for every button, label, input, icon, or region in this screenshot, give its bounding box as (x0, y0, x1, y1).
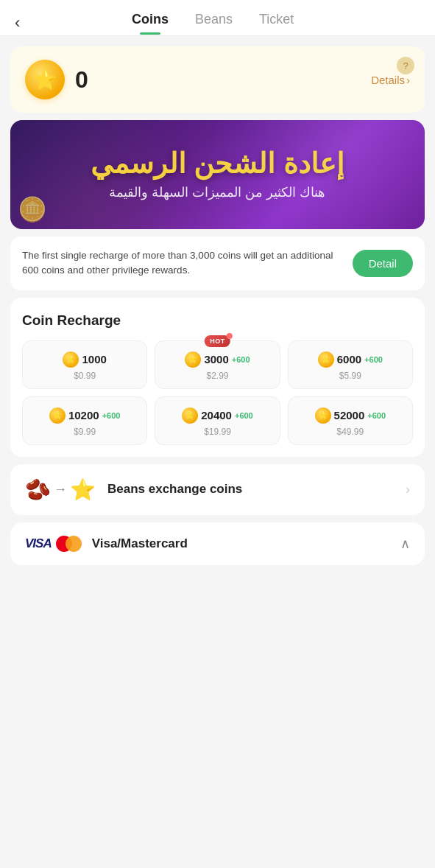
beans-exchange-card[interactable]: 🫘 → ⭐ Beans exchange coins › (10, 464, 425, 515)
balance-amount: 0 (75, 66, 88, 94)
coin-price: $9.99 (74, 427, 96, 437)
coin-price: $19.99 (204, 427, 231, 437)
coin-package-1000[interactable]: ⭐ 1000 $0.99 (22, 340, 147, 389)
balance-left: ⭐ 0 (25, 60, 88, 99)
coin-amount: 6000 (337, 353, 361, 365)
details-arrow: › (406, 74, 410, 86)
beans-icon: 🫘 (25, 477, 51, 502)
coin-price: $5.99 (339, 371, 361, 381)
tab-ticket[interactable]: Ticket (259, 12, 294, 35)
coin-price: $2.99 (206, 371, 228, 381)
promo-strip: The first single recharge of more than 3… (10, 237, 425, 290)
header-divider (0, 35, 435, 36)
coin-icon-large: ⭐ (25, 60, 65, 99)
coin-row: ⭐ 3000 +600 (185, 351, 250, 368)
coin-package-52000[interactable]: ⭐ 52000 +600 $49.99 (288, 396, 413, 445)
details-label: Details (371, 74, 405, 86)
coin-icon: ⭐ (185, 351, 201, 368)
coin-amount: 20400 (201, 409, 232, 421)
coin-amount: 52000 (334, 409, 365, 421)
details-button[interactable]: Details › (371, 74, 410, 86)
coin-price: $0.99 (74, 371, 96, 381)
coin-icon: ⭐ (63, 351, 79, 368)
payment-card[interactable]: VISA Visa/Mastercard ∧ (10, 522, 425, 565)
coin-recharge-section: Coin Recharge ⭐ 1000 $0.99 HOT ⭐ 3000 +6… (10, 298, 425, 457)
coin-amount: 10200 (68, 409, 99, 421)
coin-bonus: +600 (102, 411, 121, 420)
coin-package-20400[interactable]: ⭐ 20400 +600 $19.99 (155, 396, 280, 445)
exchange-icons: 🫘 → ⭐ (25, 477, 96, 502)
coin-price: $49.99 (336, 427, 364, 437)
detail-button[interactable]: Detail (353, 250, 413, 277)
balance-card: ? ⭐ 0 Details › (10, 46, 425, 113)
section-title: Coin Recharge (22, 312, 413, 329)
exchange-label: Beans exchange coins (107, 482, 394, 497)
coin-bonus: +600 (235, 411, 253, 420)
coin-bonus: +600 (367, 411, 386, 420)
banner-subtitle: هناك الكثير من المميزات السهلة والقيمة (109, 184, 325, 200)
coin-icon: ⭐ (318, 351, 334, 368)
banner-pattern (10, 120, 425, 229)
mastercard-logo (56, 536, 82, 552)
hot-badge: HOT (205, 335, 230, 347)
mc-circle-orange (66, 536, 82, 552)
promo-text: The first single recharge of more than 3… (22, 248, 344, 279)
coin-target-icon: ⭐ (70, 477, 96, 502)
arrow-icon: → (54, 482, 67, 497)
coin-row: ⭐ 10200 +600 (49, 407, 121, 424)
banner-coin-decoration: 🪙 (18, 195, 47, 223)
help-icon[interactable]: ? (397, 57, 414, 74)
coins-grid: ⭐ 1000 $0.99 HOT ⭐ 3000 +600 $2.99 ⭐ 600… (22, 340, 413, 445)
coin-icon: ⭐ (49, 407, 66, 424)
coin-icon: ⭐ (182, 407, 198, 424)
coin-icon: ⭐ (315, 407, 331, 424)
coin-package-10200[interactable]: ⭐ 10200 +600 $9.99 (22, 396, 147, 445)
payment-logos: VISA (25, 536, 82, 552)
coin-row: ⭐ 20400 +600 (182, 407, 253, 424)
coin-package-3000[interactable]: HOT ⭐ 3000 +600 $2.99 (155, 340, 280, 389)
coin-amount: 1000 (82, 353, 106, 365)
coin-row: ⭐ 6000 +600 (318, 351, 383, 368)
tab-coins[interactable]: Coins (132, 12, 169, 35)
tabs-container: Coins Beans Ticket (5, 12, 420, 35)
coin-amount: 3000 (204, 353, 228, 365)
coin-bonus: +600 (364, 355, 383, 364)
visa-logo: VISA (25, 536, 52, 551)
coin-bonus: +600 (232, 355, 250, 364)
header: ‹ Coins Beans Ticket (0, 0, 435, 35)
chevron-right-icon: › (406, 482, 410, 497)
coin-package-6000[interactable]: ⭐ 6000 +600 $5.99 (288, 340, 413, 389)
payment-label: Visa/Mastercard (92, 536, 390, 551)
promo-banner: إعادة الشحن الرسمي هناك الكثير من المميز… (10, 120, 425, 229)
coin-row: ⭐ 52000 +600 (315, 407, 386, 424)
chevron-up-icon: ∧ (400, 536, 410, 552)
coin-row: ⭐ 1000 (63, 351, 106, 368)
tab-beans[interactable]: Beans (195, 12, 233, 35)
